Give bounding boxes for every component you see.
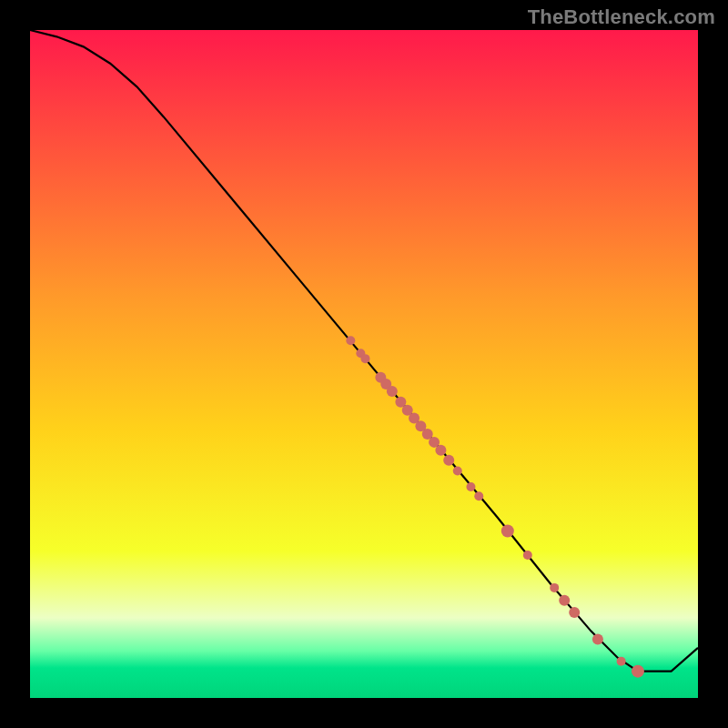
data-point: [523, 551, 532, 560]
data-point: [346, 336, 355, 345]
data-point: [592, 633, 603, 644]
data-point: [474, 491, 483, 500]
data-point: [360, 354, 369, 363]
data-point: [501, 525, 514, 538]
data-point: [550, 583, 559, 592]
bottleneck-chart: [0, 0, 728, 728]
data-point: [559, 595, 570, 606]
data-point: [435, 445, 446, 456]
data-point: [466, 482, 475, 491]
data-point: [569, 607, 580, 618]
plot-background: [30, 30, 698, 698]
data-point: [387, 386, 398, 397]
data-point: [617, 657, 626, 666]
data-point: [632, 665, 644, 678]
chart-frame: TheBottleneck.com: [0, 0, 728, 728]
data-point: [443, 455, 454, 466]
watermark-text: TheBottleneck.com: [528, 5, 715, 29]
data-point: [453, 466, 462, 475]
